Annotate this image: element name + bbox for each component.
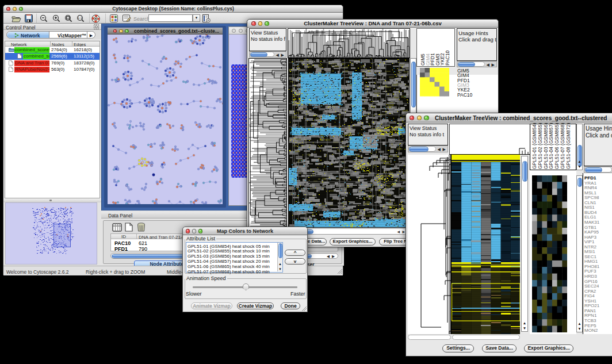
svg-text:1:1: 1:1	[78, 16, 82, 20]
